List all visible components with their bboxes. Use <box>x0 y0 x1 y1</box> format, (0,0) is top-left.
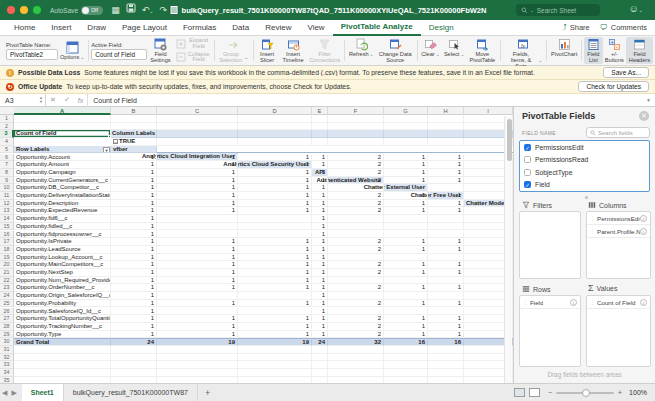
grid-cell[interactable] <box>384 138 428 146</box>
grid-cell[interactable] <box>384 308 428 316</box>
grid-cell[interactable]: 1 <box>312 238 328 246</box>
grid-cell[interactable]: 1 <box>312 215 328 223</box>
undo-icon[interactable]: ↶⌄ <box>142 0 154 21</box>
grid-cell[interactable]: 2 <box>328 284 384 292</box>
plus-minus-buttons-toggle[interactable]: +- +/- Buttons <box>603 37 626 64</box>
grid-cell[interactable]: 1 <box>238 184 312 192</box>
search-sheet-input[interactable]: ⌄ Search Sheet <box>516 4 600 16</box>
grid-cell[interactable]: 1 <box>111 292 157 300</box>
grid-cell[interactable]: Opportunity.Origin_SalesforceIQ__c <box>14 292 111 300</box>
grid-cell[interactable]: 1 <box>111 300 157 308</box>
grid-cell[interactable] <box>384 130 428 138</box>
grid-cell[interactable] <box>238 215 312 223</box>
close-traffic-light[interactable] <box>7 6 15 14</box>
select-button[interactable]: Select⌄ <box>442 37 467 64</box>
grid-cell[interactable] <box>238 354 312 362</box>
grid-cell[interactable]: 1 <box>157 207 238 215</box>
grid-cell[interactable] <box>428 223 464 231</box>
tab-pivottable-analyze[interactable]: PivotTable Analyze <box>333 19 421 36</box>
grid-cell[interactable]: 32 <box>328 338 384 346</box>
field-settings-button[interactable]: Field Settings <box>147 37 174 64</box>
grid-cell[interactable] <box>384 369 428 377</box>
grid-cell[interactable]: 1 <box>157 331 238 339</box>
area-field-chip[interactable]: ⋮Count of Fieldi <box>587 296 650 309</box>
grid-cell[interactable]: Opportunity.fid6__c <box>14 215 111 223</box>
tab-draw[interactable]: Draw <box>79 20 114 35</box>
grid-cell[interactable]: 1 <box>238 200 312 208</box>
grid-cell[interactable] <box>111 123 157 131</box>
grid-cell[interactable]: 1 <box>384 323 428 331</box>
formula-bar-expand-icon[interactable]: ▼ <box>646 97 651 103</box>
tab-insert[interactable]: Insert <box>43 20 79 35</box>
grid-cell[interactable]: Opportunity.SalesforceIQ_Id__c <box>14 308 111 316</box>
grid-cell[interactable]: Row Labels▼ <box>14 146 111 154</box>
grid-cell[interactable]: Grand Total <box>14 338 111 346</box>
grid-cell[interactable] <box>384 215 428 223</box>
grid-cell[interactable] <box>328 346 384 354</box>
grid-cell[interactable] <box>238 223 312 231</box>
grid-cell[interactable] <box>384 292 428 300</box>
grid-cell[interactable] <box>328 254 384 262</box>
fx-icon[interactable]: fx <box>78 97 83 104</box>
grid-cell[interactable] <box>384 361 428 369</box>
area-field-chip[interactable]: ⋮PermissionsEditi <box>587 212 650 225</box>
grid-cell[interactable]: 1 <box>238 192 312 200</box>
grid-cell[interactable]: 1 <box>238 261 312 269</box>
grid-cell[interactable] <box>328 308 384 316</box>
grid-cell[interactable]: 2 <box>328 161 384 169</box>
grid-cell[interactable]: Opportunity.TrackingNumber__c <box>14 323 111 331</box>
insert-slicer-button[interactable]: Insert Slicer <box>255 37 279 64</box>
column-header-D[interactable]: D <box>238 107 312 115</box>
grid-cell[interactable]: vfber <box>111 146 157 154</box>
grid-cell[interactable]: 2 <box>328 261 384 269</box>
grid-cell[interactable]: 1 <box>384 246 428 254</box>
grid-cell[interactable] <box>157 346 238 354</box>
grid-cell[interactable]: 1 <box>238 284 312 292</box>
grid-cell[interactable] <box>238 138 312 146</box>
panel-resize-handle[interactable] <box>585 196 588 199</box>
grid-cell[interactable]: 1 <box>312 292 328 300</box>
field-item-field[interactable]: ✓Field <box>520 179 649 192</box>
grid-cell[interactable] <box>312 354 328 362</box>
grid-cell[interactable]: Column Labels▼ <box>111 130 157 138</box>
grid-cell[interactable] <box>157 123 238 131</box>
grid-cell[interactable]: 19 <box>238 338 312 346</box>
grid-cell[interactable]: −TRUE <box>111 138 157 146</box>
grid-cell[interactable] <box>428 354 464 362</box>
grid-cell[interactable]: 1 <box>312 207 328 215</box>
grid-cell[interactable] <box>328 123 384 131</box>
grid-cell[interactable]: 1 <box>428 192 464 200</box>
grid-cell[interactable]: 1 <box>111 215 157 223</box>
grid-cell[interactable]: 1 <box>238 246 312 254</box>
grid-cell[interactable] <box>428 361 464 369</box>
grid-cell[interactable]: Opportunity.OrderNumber__c <box>14 284 111 292</box>
grid-cell[interactable]: 1 <box>312 323 328 331</box>
move-pivottable-button[interactable]: Move PivotTable <box>467 37 498 64</box>
rows-area-box[interactable]: ⋮Fieldi <box>519 295 581 367</box>
row-number-17[interactable]: 17 <box>0 238 14 246</box>
grid-cell[interactable]: 1 <box>111 207 157 215</box>
grid-cell[interactable]: 1 <box>428 284 464 292</box>
grid-cell[interactable]: 1 <box>111 231 157 239</box>
grid-cell[interactable]: 1 <box>428 169 464 177</box>
grid-cell[interactable]: 1 <box>312 308 328 316</box>
grid-cell[interactable]: 1 <box>238 177 312 185</box>
grid-cell[interactable]: 1 <box>384 300 428 308</box>
grid-cell[interactable] <box>111 115 157 123</box>
row-number-31[interactable]: 31 <box>0 346 14 354</box>
page-layout-view-icon[interactable] <box>529 388 540 397</box>
grid-cell[interactable] <box>428 231 464 239</box>
info-icon[interactable]: i <box>640 215 647 222</box>
grid-cell[interactable] <box>14 346 111 354</box>
grid-cell[interactable]: Opportunity.Lookup_Account__c <box>14 254 111 262</box>
refresh-button[interactable]: Refresh⌄ <box>347 37 376 64</box>
values-area-box[interactable]: ⋮Count of Fieldi <box>586 295 651 367</box>
grid-cell[interactable] <box>328 231 384 239</box>
grid-cell[interactable]: 1 <box>238 300 312 308</box>
save-as-button[interactable]: Save As... <box>603 67 649 78</box>
selected-cell-a3[interactable]: Count of Field <box>14 130 111 138</box>
panel-close-icon[interactable]: ✕ <box>639 111 649 121</box>
grid-cell[interactable] <box>238 115 312 123</box>
grid-cell[interactable] <box>384 231 428 239</box>
grid-cell[interactable] <box>238 346 312 354</box>
